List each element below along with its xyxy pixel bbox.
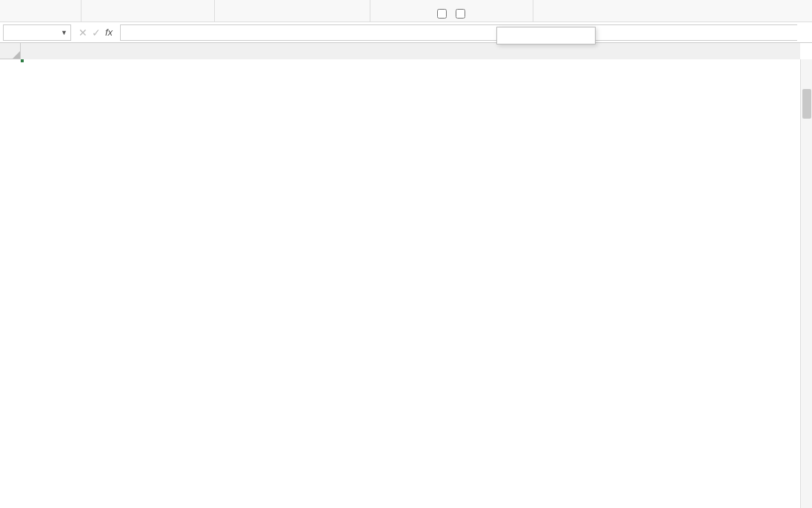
data-table xyxy=(21,59,24,62)
column-headers xyxy=(21,43,800,59)
vertical-scrollbar[interactable] xyxy=(800,59,812,508)
formula-buttons: ✕ ✓ fx xyxy=(74,27,117,39)
scrollbar-thumb[interactable] xyxy=(802,89,811,119)
ribbon xyxy=(0,0,812,22)
name-box[interactable]: ▼ xyxy=(3,24,71,41)
name-box-dropdown-icon[interactable]: ▼ xyxy=(61,29,67,36)
formula-bar-row: ▼ ✕ ✓ fx xyxy=(0,22,812,43)
ribbon-group-table-styles xyxy=(533,0,797,22)
formula-input[interactable] xyxy=(120,24,797,41)
fx-icon[interactable]: fx xyxy=(105,27,113,38)
select-all-corner[interactable] xyxy=(0,43,21,59)
cells-grid[interactable] xyxy=(21,59,800,508)
cancel-icon[interactable]: ✕ xyxy=(79,27,87,39)
sheet xyxy=(0,43,812,508)
ribbon-group-style-options xyxy=(370,0,533,22)
ribbon-group-tools xyxy=(81,0,215,22)
ribbon-group-external xyxy=(215,0,370,22)
ribbon-group-properties xyxy=(15,0,81,22)
tooltip-filter-button xyxy=(496,27,596,44)
enter-icon[interactable]: ✓ xyxy=(92,27,101,39)
chk-banded-rows[interactable] xyxy=(437,8,448,19)
chk-banded-cols[interactable] xyxy=(456,8,467,19)
